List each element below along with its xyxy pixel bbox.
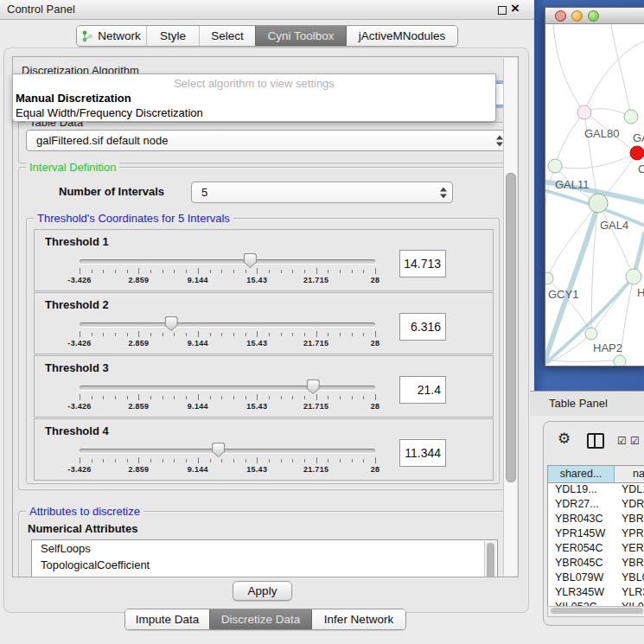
dropdown-item-manual-discretization[interactable]: Manual Discretization bbox=[13, 91, 495, 105]
attribute-list-item[interactable]: TopologicalCoefficient bbox=[32, 557, 497, 573]
table-horizontal-scrollbar[interactable] bbox=[547, 606, 644, 617]
slider-tick bbox=[221, 459, 222, 462]
cell-name[interactable]: YDR2 bbox=[614, 498, 644, 513]
cell-name[interactable]: YPR1 bbox=[614, 527, 644, 542]
dropdown-item-equal-width[interactable]: Equal Width/Frequency Discretization bbox=[13, 105, 495, 120]
threshold-value-field[interactable] bbox=[399, 250, 446, 277]
zoom-traffic-light-icon[interactable] bbox=[588, 10, 599, 22]
combo-stepper-icon bbox=[496, 135, 502, 146]
cell-shared-name[interactable]: YLR345W bbox=[548, 586, 614, 601]
tab-cyni-toolbox[interactable]: Cyni Toolbox bbox=[255, 26, 346, 46]
node-top-right[interactable] bbox=[624, 110, 638, 124]
slider-track[interactable] bbox=[80, 449, 375, 453]
slider-scale-label: 2.859 bbox=[128, 402, 149, 411]
node-hap2[interactable] bbox=[585, 328, 597, 340]
node-bottom[interactable] bbox=[614, 355, 626, 366]
slider-track[interactable] bbox=[80, 259, 375, 264]
cell-name[interactable]: YBR0 bbox=[614, 557, 644, 571]
table-row[interactable]: YPR145WYPR1 bbox=[548, 527, 644, 542]
tab-network[interactable]: Network bbox=[77, 26, 146, 46]
minimize-traffic-light-icon[interactable] bbox=[571, 10, 583, 22]
cell-name[interactable]: YLR3 bbox=[614, 586, 644, 601]
tab-style[interactable]: Style bbox=[146, 26, 199, 46]
gear-icon[interactable]: ⚙ bbox=[558, 431, 571, 446]
column-header-name[interactable]: name bbox=[615, 466, 644, 482]
cell-shared-name[interactable]: YPR145W bbox=[548, 527, 614, 542]
cell-name[interactable]: YBR0 bbox=[614, 513, 644, 527]
thresholds-group: Threshold's Coordinates for 5 Intervals … bbox=[26, 218, 500, 484]
cell-shared-name[interactable]: YER054C bbox=[548, 542, 614, 557]
slider-handle[interactable] bbox=[244, 253, 257, 268]
slider-scale-label: 21.715 bbox=[303, 465, 328, 474]
threshold-value-field[interactable] bbox=[399, 376, 446, 404]
node-right-h[interactable] bbox=[626, 269, 641, 284]
slider-tick bbox=[363, 270, 364, 273]
cell-shared-name[interactable]: YBR043C bbox=[548, 513, 614, 527]
network-canvas[interactable]: GAL80 GA C GAL11 GAL4 GCY1 H HAP2 bbox=[545, 24, 644, 366]
tab-impute-data[interactable]: Impute Data bbox=[125, 609, 209, 629]
table-row[interactable]: YLR345WYLR3 bbox=[548, 586, 644, 601]
node-selected-red[interactable] bbox=[630, 146, 644, 160]
slider-tick bbox=[363, 459, 364, 462]
node-gcy1[interactable] bbox=[545, 272, 553, 284]
list-scrollbar[interactable] bbox=[484, 541, 496, 577]
close-traffic-light-icon[interactable] bbox=[555, 10, 566, 22]
cell-name[interactable]: YER0 bbox=[614, 542, 644, 557]
node-gal4[interactable] bbox=[589, 194, 608, 213]
cell-shared-name[interactable]: YDR27... bbox=[548, 498, 614, 513]
node-label-gal11: GAL11 bbox=[555, 178, 590, 191]
attribute-list-item[interactable]: BetweennessCentrality bbox=[32, 573, 497, 577]
close-icon[interactable]: × bbox=[511, 0, 520, 17]
slider-tick bbox=[233, 333, 234, 336]
table-panel-titlebar: Table Panel bbox=[530, 391, 644, 418]
slider-tick bbox=[363, 396, 364, 399]
slider-track[interactable] bbox=[80, 322, 375, 327]
slider-tick bbox=[115, 459, 116, 462]
list-scrollbar-thumb[interactable] bbox=[487, 543, 494, 577]
table-row[interactable]: YDL19...YDL1 bbox=[548, 483, 644, 498]
settings-scrollbar-thumb[interactable] bbox=[506, 173, 516, 482]
cell-shared-name[interactable]: YBR045C bbox=[548, 557, 614, 571]
node-gal80[interactable] bbox=[577, 105, 591, 119]
tab-infer-network[interactable]: Infer Network bbox=[311, 609, 405, 629]
slider-handle[interactable] bbox=[165, 316, 178, 331]
table-row[interactable]: YBL079WYBL0 bbox=[548, 571, 644, 586]
network-window-titlebar[interactable] bbox=[545, 8, 644, 24]
tab-discretize-data[interactable]: Discretize Data bbox=[209, 609, 311, 629]
node-gal11[interactable] bbox=[548, 159, 562, 173]
table-row[interactable]: YBR043CYBR0 bbox=[548, 513, 644, 527]
threshold-value-field[interactable] bbox=[399, 313, 446, 341]
settings-scrollpane: Discretization Algorithm Table Data galF… bbox=[12, 56, 519, 577]
slider-tick bbox=[316, 457, 317, 463]
table-data-combobox[interactable]: galFiltered.sif default node bbox=[26, 130, 509, 151]
slider-tick bbox=[233, 396, 234, 399]
float-window-icon[interactable] bbox=[498, 6, 507, 15]
cell-shared-name[interactable]: YDL19... bbox=[548, 483, 614, 498]
column-header-shared-name[interactable]: shared... bbox=[548, 466, 615, 482]
slider-handle[interactable] bbox=[212, 443, 225, 457]
checkbox-icon[interactable]: ☑ bbox=[617, 436, 627, 446]
attribute-list-item[interactable]: SelfLoops bbox=[32, 540, 497, 557]
cell-name[interactable]: YDL1 bbox=[614, 483, 644, 498]
slider-tick bbox=[269, 333, 270, 336]
slider-scale-label: 21.715 bbox=[303, 339, 328, 348]
slider-tick bbox=[304, 396, 305, 399]
columns-icon[interactable] bbox=[587, 433, 604, 449]
cell-shared-name[interactable]: YBL079W bbox=[548, 571, 614, 586]
slider-handle[interactable] bbox=[307, 379, 320, 394]
table-row[interactable]: YBR045CYBR0 bbox=[548, 557, 644, 571]
checkbox-icon[interactable]: ☑ bbox=[630, 436, 640, 446]
slider-tick bbox=[245, 396, 246, 399]
apply-button[interactable]: Apply bbox=[233, 581, 292, 601]
cell-name[interactable]: YBL0 bbox=[614, 571, 644, 586]
tab-jactivemnodules[interactable]: jActiveMNodules bbox=[346, 26, 457, 46]
table-scrollbar-thumb[interactable] bbox=[551, 608, 643, 614]
table-row[interactable]: YDR27...YDR2 bbox=[548, 498, 644, 513]
number-of-intervals-combobox[interactable]: 5 bbox=[191, 182, 453, 203]
dropdown-hint-item[interactable]: Select algorithm to view settings bbox=[13, 76, 495, 91]
settings-vertical-scrollbar[interactable] bbox=[503, 58, 517, 576]
tab-select[interactable]: Select bbox=[199, 26, 255, 46]
table-row[interactable]: YER054CYER0 bbox=[548, 542, 644, 557]
slider-track[interactable] bbox=[80, 386, 375, 390]
threshold-value-field[interactable] bbox=[399, 439, 446, 467]
